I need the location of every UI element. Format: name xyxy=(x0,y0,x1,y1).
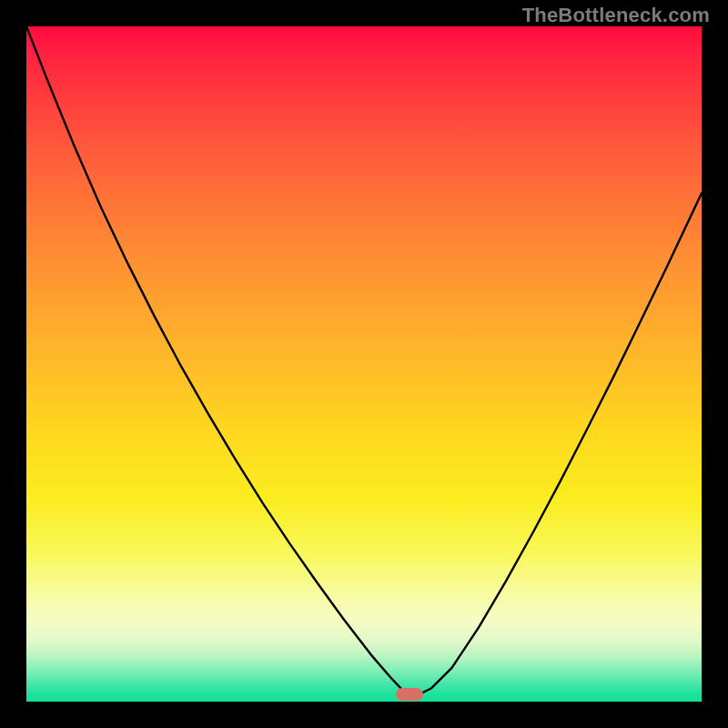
chart-frame: TheBottleneck.com xyxy=(0,0,728,728)
watermark-text: TheBottleneck.com xyxy=(522,4,710,27)
plot-area xyxy=(26,26,702,702)
bottleneck-curve xyxy=(26,26,702,702)
optimal-marker xyxy=(396,688,423,701)
